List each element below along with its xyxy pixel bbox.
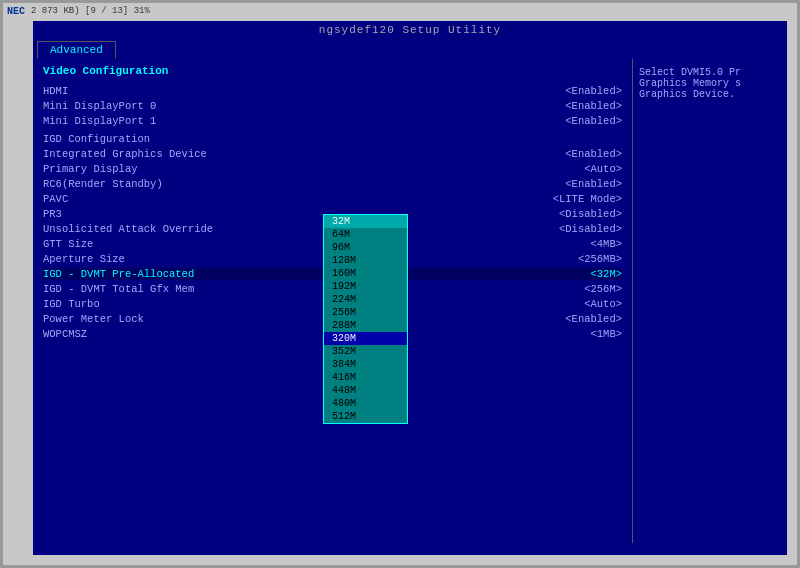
value-dvmt-pre: <32M> <box>590 268 622 280</box>
setting-primary-display[interactable]: Primary Display <Auto> <box>43 163 622 175</box>
dropdown-item-256m[interactable]: 256M <box>324 306 407 319</box>
help-line-1: Select DVMI5.0 Pr <box>639 67 781 78</box>
value-igd-turbo: <Auto> <box>584 298 622 310</box>
value-unsolicited: <Disabled> <box>559 223 622 235</box>
label-wopcmsz: WOPCMSZ <box>43 328 87 340</box>
dropdown-item-448m[interactable]: 448M <box>324 384 407 397</box>
value-pavc: <LITE Mode> <box>553 193 622 205</box>
value-dvmt-total: <256M> <box>584 283 622 295</box>
dropdown-item-128m[interactable]: 128M <box>324 254 407 267</box>
dropdown-item-352m[interactable]: 352M <box>324 345 407 358</box>
right-panel: Select DVMI5.0 Pr Graphics Memory s Grap… <box>632 59 787 543</box>
nec-logo: NEC <box>7 6 25 17</box>
value-wopcmsz: <1MB> <box>590 328 622 340</box>
subsection-igd: IGD Configuration <box>43 133 622 145</box>
label-minidp0: Mini DisplayPort 0 <box>43 100 156 112</box>
setting-igd-device[interactable]: Integrated Graphics Device <Enabled> <box>43 148 622 160</box>
setting-rc6[interactable]: RC6(Render Standby) <Enabled> <box>43 178 622 190</box>
setting-minidp0[interactable]: Mini DisplayPort 0 <Enabled> <box>43 100 622 112</box>
label-rc6: RC6(Render Standby) <box>43 178 163 190</box>
monitor-frame: NEC 2 873 KB) [9 / 13] 31% ngsydef120 Se… <box>0 0 800 568</box>
dropdown-item-416m[interactable]: 416M <box>324 371 407 384</box>
bios-screen: ngsydef120 Setup Utility Advanced Video … <box>33 21 787 555</box>
dropdown-item-224m[interactable]: 224M <box>324 293 407 306</box>
label-igd-turbo: IGD Turbo <box>43 298 100 310</box>
section-title: Video Configuration <box>43 65 622 77</box>
setting-minidp1[interactable]: Mini DisplayPort 1 <Enabled> <box>43 115 622 127</box>
dropdown-item-192m[interactable]: 192M <box>324 280 407 293</box>
main-content: Video Configuration HDMI <Enabled> Mini … <box>33 59 787 543</box>
label-hdmi: HDMI <box>43 85 68 97</box>
left-panel: Video Configuration HDMI <Enabled> Mini … <box>33 59 632 543</box>
value-rc6: <Enabled> <box>565 178 622 190</box>
top-info-text: 2 873 KB) [9 / 13] 31% <box>31 6 150 16</box>
label-gtt: GTT Size <box>43 238 93 250</box>
value-minidp1: <Enabled> <box>565 115 622 127</box>
dropdown-dvmt[interactable]: 32M 64M 96M 128M 160M 192M 224M 256M 288… <box>323 214 408 424</box>
value-gtt: <4MB> <box>590 238 622 250</box>
dropdown-item-96m[interactable]: 96M <box>324 241 407 254</box>
top-info-bar: NEC 2 873 KB) [9 / 13] 31% <box>3 3 797 19</box>
value-aperture: <256MB> <box>578 253 622 265</box>
dropdown-item-320m[interactable]: 320M <box>324 332 407 345</box>
label-dvmt-total: IGD - DVMT Total Gfx Mem <box>43 283 194 295</box>
help-line-3: Graphics Device. <box>639 89 781 100</box>
dropdown-item-288m[interactable]: 288M <box>324 319 407 332</box>
value-primary-display: <Auto> <box>584 163 622 175</box>
label-minidp1: Mini DisplayPort 1 <box>43 115 156 127</box>
dropdown-item-160m[interactable]: 160M <box>324 267 407 280</box>
value-igd-device: <Enabled> <box>565 148 622 160</box>
label-power-meter: Power Meter Lock <box>43 313 144 325</box>
label-pr3: PR3 <box>43 208 62 220</box>
title-bar: ngsydef120 Setup Utility <box>33 21 787 39</box>
dropdown-item-512m[interactable]: 512M <box>324 410 407 423</box>
dropdown-item-32m[interactable]: 32M <box>324 215 407 228</box>
label-pavc: PAVC <box>43 193 68 205</box>
tab-bar: Advanced <box>33 39 787 59</box>
dropdown-item-64m[interactable]: 64M <box>324 228 407 241</box>
value-power-meter: <Enabled> <box>565 313 622 325</box>
tab-advanced[interactable]: Advanced <box>37 41 116 59</box>
label-dvmt-pre: IGD - DVMT Pre-Allocated <box>43 268 194 280</box>
label-unsolicited: Unsolicited Attack Override <box>43 223 213 235</box>
label-igd-device: Integrated Graphics Device <box>43 148 207 160</box>
value-pr3: <Disabled> <box>559 208 622 220</box>
title-text: ngsydef120 Setup Utility <box>319 24 501 36</box>
dropdown-item-384m[interactable]: 384M <box>324 358 407 371</box>
label-aperture: Aperture Size <box>43 253 125 265</box>
setting-pavc[interactable]: PAVC <LITE Mode> <box>43 193 622 205</box>
dropdown-item-480m[interactable]: 480M <box>324 397 407 410</box>
value-minidp0: <Enabled> <box>565 100 622 112</box>
value-hdmi: <Enabled> <box>565 85 622 97</box>
label-primary-display: Primary Display <box>43 163 138 175</box>
help-line-2: Graphics Memory s <box>639 78 781 89</box>
setting-hdmi[interactable]: HDMI <Enabled> <box>43 85 622 97</box>
